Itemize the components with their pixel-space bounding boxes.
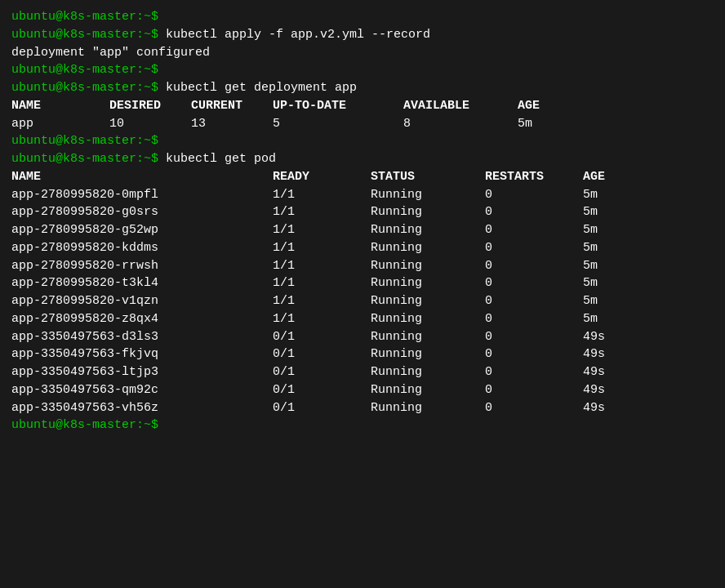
pod-name: app-2780995820-g52wp <box>11 221 273 239</box>
prompt-line: ubuntu@k8s-master:~$ <box>11 132 714 150</box>
pod-status: Running <box>371 274 485 292</box>
pod-ready: 0/1 <box>273 399 371 417</box>
pod-age: 5m <box>583 292 632 310</box>
pod-name: app-3350497563-fkjvq <box>11 345 273 363</box>
pod-age: 49s <box>583 328 632 346</box>
pod-age: 49s <box>583 363 632 381</box>
pod-status: Running <box>371 239 485 257</box>
pod-ready: 1/1 <box>273 203 371 221</box>
pod-status: Running <box>371 328 485 346</box>
pod-age: 5m <box>583 239 632 257</box>
dep-name: app <box>11 115 109 133</box>
col-pod-status-header: STATUS <box>371 168 485 186</box>
col-pod-restarts-header: RESTARTS <box>485 168 583 186</box>
pod-name: app-2780995820-t3kl4 <box>11 274 273 292</box>
col-name-header: NAME <box>11 97 109 115</box>
prompt: ubuntu@k8s-master:~$ <box>11 10 158 24</box>
dep-age: 5m <box>518 115 567 133</box>
pod-table-row: app-3350497563-d3ls30/1Running049s <box>11 328 714 346</box>
prompt-line: ubuntu@k8s-master:~$ <box>11 61 714 79</box>
command-line: ubuntu@k8s-master:~$ kubectl get deploym… <box>11 79 714 97</box>
command-text: kubectl apply -f app.v2.yml --record <box>158 28 430 42</box>
pod-ready: 0/1 <box>273 328 371 346</box>
col-pod-age-header: AGE <box>583 168 632 186</box>
dep-current: 13 <box>191 115 273 133</box>
pod-age: 49s <box>583 345 632 363</box>
pod-restarts: 0 <box>485 328 583 346</box>
pod-name: app-2780995820-v1qzn <box>11 292 273 310</box>
pod-status: Running <box>371 203 485 221</box>
pod-ready: 1/1 <box>273 186 371 204</box>
col-current-header: CURRENT <box>191 97 273 115</box>
pod-status: Running <box>371 257 485 275</box>
pod-age: 5m <box>583 186 632 204</box>
pod-name: app-3350497563-qm92c <box>11 381 273 399</box>
pod-age: 5m <box>583 310 632 328</box>
pod-status: Running <box>371 345 485 363</box>
pod-table-row: app-3350497563-qm92c0/1Running049s <box>11 381 714 399</box>
pod-table-row: app-2780995820-kddms1/1Running05m <box>11 239 714 257</box>
pod-restarts: 0 <box>485 363 583 381</box>
pod-restarts: 0 <box>485 221 583 239</box>
prompt-line: ubuntu@k8s-master:~$ <box>11 416 714 434</box>
col-pod-name-header: NAME <box>11 168 273 186</box>
pod-name: app-2780995820-rrwsh <box>11 257 273 275</box>
pod-restarts: 0 <box>485 381 583 399</box>
col-avail-header: AVAILABLE <box>403 97 518 115</box>
prompt: ubuntu@k8s-master:~$ <box>11 134 158 148</box>
pod-ready: 0/1 <box>273 381 371 399</box>
pod-table-row: app-2780995820-g0srs1/1Running05m <box>11 203 714 221</box>
pod-age: 5m <box>583 257 632 275</box>
pod-table-row: app-3350497563-vh56z0/1Running049s <box>11 399 714 417</box>
pod-restarts: 0 <box>485 310 583 328</box>
pod-status: Running <box>371 310 485 328</box>
prompt: ubuntu@k8s-master:~$ <box>11 81 158 95</box>
command-text: kubectl get pod <box>158 152 276 166</box>
pod-table-row: app-2780995820-t3kl41/1Running05m <box>11 274 714 292</box>
pod-ready: 0/1 <box>273 345 371 363</box>
pod-age: 5m <box>583 221 632 239</box>
pod-status: Running <box>371 186 485 204</box>
pod-restarts: 0 <box>485 186 583 204</box>
prompt-line: ubuntu@k8s-master:~$ <box>11 8 714 26</box>
pod-name: app-2780995820-z8qx4 <box>11 310 273 328</box>
pod-restarts: 0 <box>485 345 583 363</box>
pod-table-row: app-2780995820-z8qx41/1Running05m <box>11 310 714 328</box>
pod-table-row: app-2780995820-v1qzn1/1Running05m <box>11 292 714 310</box>
col-uptd-header: UP-TO-DATE <box>273 97 403 115</box>
prompt: ubuntu@k8s-master:~$ <box>11 28 158 42</box>
pod-status: Running <box>371 399 485 417</box>
pod-ready: 1/1 <box>273 274 371 292</box>
pod-age: 5m <box>583 274 632 292</box>
terminal: ubuntu@k8s-master:~$ubuntu@k8s-master:~$… <box>11 8 714 434</box>
command-line: ubuntu@k8s-master:~$ kubectl get pod <box>11 150 714 168</box>
output-line: deployment "app" configured <box>11 44 714 62</box>
pod-table-row: app-3350497563-ltjp30/1Running049s <box>11 363 714 381</box>
pod-age: 5m <box>583 203 632 221</box>
command-line: ubuntu@k8s-master:~$ kubectl apply -f ap… <box>11 26 714 44</box>
prompt: ubuntu@k8s-master:~$ <box>11 152 158 166</box>
pod-table-row: app-2780995820-rrwsh1/1Running05m <box>11 257 714 275</box>
pod-age: 49s <box>583 381 632 399</box>
pod-name: app-3350497563-d3ls3 <box>11 328 273 346</box>
pod-name: app-3350497563-ltjp3 <box>11 363 273 381</box>
deployment-table-header: NAMEDESIREDCURRENTUP-TO-DATEAVAILABLEAGE <box>11 97 714 115</box>
dep-desired: 10 <box>109 115 191 133</box>
prompt: ubuntu@k8s-master:~$ <box>11 418 158 432</box>
pod-ready: 1/1 <box>273 310 371 328</box>
pod-ready: 0/1 <box>273 363 371 381</box>
pod-table-header: NAMEREADYSTATUSRESTARTSAGE <box>11 168 714 186</box>
pod-restarts: 0 <box>485 399 583 417</box>
pod-ready: 1/1 <box>273 292 371 310</box>
pod-restarts: 0 <box>485 257 583 275</box>
pod-ready: 1/1 <box>273 239 371 257</box>
col-desired-header: DESIRED <box>109 97 191 115</box>
pod-status: Running <box>371 221 485 239</box>
pod-ready: 1/1 <box>273 257 371 275</box>
command-text: kubectl get deployment app <box>158 81 357 95</box>
pod-name: app-2780995820-kddms <box>11 239 273 257</box>
deployment-table-row: app1013585m <box>11 115 714 133</box>
pod-age: 49s <box>583 399 632 417</box>
pod-restarts: 0 <box>485 239 583 257</box>
dep-uptd: 5 <box>273 115 403 133</box>
